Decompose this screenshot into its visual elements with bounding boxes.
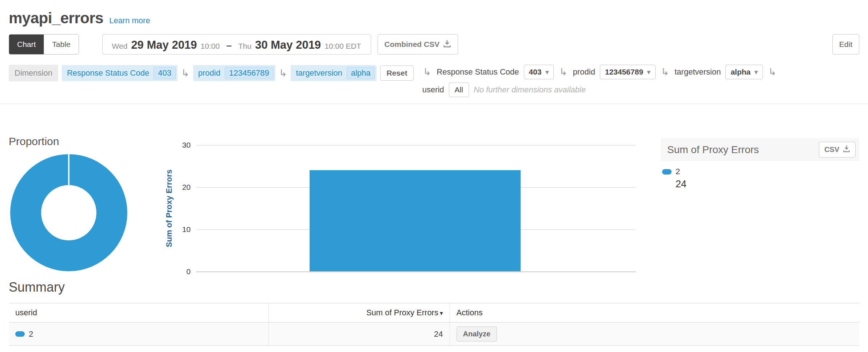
summary-table: userid Sum of Proxy Errors▾ Actions 2 24… xyxy=(9,303,859,346)
combined-csv-label: Combined CSV xyxy=(385,40,440,49)
breadcrumb-name: Response Status Code xyxy=(67,68,149,78)
dropdown-value: alpha xyxy=(730,68,750,76)
summary-title: Summary xyxy=(9,280,859,295)
selector-name: targetversion xyxy=(674,67,721,77)
drilldown-arrow-icon: ↳ xyxy=(278,68,288,78)
table-view-button[interactable]: Table xyxy=(44,35,78,54)
bar-chart: Sum of Proxy Errors 3020100 xyxy=(155,135,651,272)
learn-more-link[interactable]: Learn more xyxy=(109,16,150,25)
breadcrumb-value: 123456789 xyxy=(225,67,274,79)
divider xyxy=(0,104,868,104)
chevron-down-icon: ▾ xyxy=(754,68,758,76)
legend-items: 2 24 xyxy=(661,161,859,190)
combined-csv-button[interactable]: Combined CSV xyxy=(378,34,458,55)
start-time: 10:00 xyxy=(200,42,220,51)
proportion-donut-chart xyxy=(10,154,127,271)
legend-item-label: 2 xyxy=(676,167,680,176)
targetversion-dropdown[interactable]: alpha ▾ xyxy=(725,65,763,79)
reset-button[interactable]: Reset xyxy=(380,65,413,81)
chevron-down-icon: ▾ xyxy=(647,68,650,76)
download-icon xyxy=(843,145,850,154)
breadcrumb-value: alpha xyxy=(347,67,375,79)
no-more-dimensions-message: No further dimensions available xyxy=(474,85,586,95)
drilldown-arrow-icon: ↳ xyxy=(180,68,190,78)
series-swatch-icon xyxy=(15,331,25,337)
chevron-down-icon: ▾ xyxy=(546,68,549,76)
proportion-block: Proportion xyxy=(9,135,155,272)
selector-row: ↳ Response Status Code 403 ▾ ↳ prodid 12… xyxy=(422,65,777,79)
drilldown-arrow-icon: ↳ xyxy=(558,67,568,77)
end-time: 10:00 EDT xyxy=(324,42,361,51)
cell-actions: Analyze xyxy=(450,323,859,346)
date-range-separator: – xyxy=(226,40,232,51)
selector-name: userid xyxy=(422,85,444,95)
page: myapi_errors Learn more Chart Table Wed … xyxy=(0,0,868,346)
gridline xyxy=(196,272,636,272)
drilldown-arrow-icon: ↳ xyxy=(422,67,432,77)
page-header: myapi_errors Learn more xyxy=(9,9,859,27)
breadcrumb-chip[interactable]: targetversion alpha xyxy=(291,65,377,81)
date-range-picker[interactable]: Wed 29 May 2019 10:00 – Thu 30 May 2019 … xyxy=(102,34,371,55)
table-row: 2 24 Analyze xyxy=(9,323,859,346)
y-axis-label: Sum of Proxy Errors xyxy=(164,169,174,247)
download-icon xyxy=(443,40,451,49)
dimension-selectors: ↳ Response Status Code 403 ▾ ↳ prodid 12… xyxy=(422,65,777,97)
bar-chart-plot: 3020100 xyxy=(196,145,636,272)
csv-button[interactable]: CSV xyxy=(819,142,856,157)
legend-item[interactable]: 2 xyxy=(662,167,859,176)
toolbar: Chart Table Wed 29 May 2019 10:00 – Thu … xyxy=(9,34,859,55)
start-date: 29 May 2019 xyxy=(131,39,197,52)
dropdown-value: 403 xyxy=(529,68,542,76)
start-day: Wed xyxy=(112,42,128,51)
breadcrumb-name: prodid xyxy=(198,68,220,78)
drilldown-arrow-icon: ↳ xyxy=(660,67,670,77)
column-header-userid: userid xyxy=(9,303,268,323)
breadcrumb-chip[interactable]: prodid 123456789 xyxy=(193,65,275,81)
proportion-title: Proportion xyxy=(9,135,155,148)
y-tick-label: 30 xyxy=(182,141,191,149)
gridline xyxy=(196,145,636,145)
legend-item-value: 24 xyxy=(676,179,859,190)
chart-view-button[interactable]: Chart xyxy=(9,35,44,54)
breadcrumb-name: targetversion xyxy=(296,68,342,78)
breadcrumb-chip[interactable]: Response Status Code 403 xyxy=(62,65,178,81)
userid-all-button[interactable]: All xyxy=(449,83,469,97)
end-day: Thu xyxy=(238,42,251,51)
y-tick-label: 0 xyxy=(186,267,191,276)
dimension-breadcrumb: Response Status Code 403 ↳ prodid 123456… xyxy=(62,65,377,81)
userid-value: 2 xyxy=(29,329,33,339)
legend-title: Sum of Proxy Errors xyxy=(667,144,759,156)
y-tick-label: 10 xyxy=(182,225,191,234)
selector-name: Response Status Code xyxy=(437,67,519,77)
csv-label: CSV xyxy=(824,145,839,154)
series-swatch-icon xyxy=(662,169,672,175)
page-title: myapi_errors xyxy=(9,9,103,27)
dimension-bar: Dimension Response Status Code 403 ↳ pro… xyxy=(9,65,859,97)
legend-header: Sum of Proxy Errors CSV xyxy=(661,138,859,161)
selector-name: prodid xyxy=(573,67,595,77)
view-toggle: Chart Table xyxy=(9,34,79,55)
end-date: 30 May 2019 xyxy=(255,39,321,52)
cell-userid: 2 xyxy=(9,323,268,346)
status-code-dropdown[interactable]: 403 ▾ xyxy=(524,65,554,79)
sort-descending-icon: ▾ xyxy=(440,310,443,317)
selector-row: userid All No further dimensions availab… xyxy=(422,83,777,97)
edit-button[interactable]: Edit xyxy=(832,34,859,55)
charts-section: Proportion Sum of Proxy Errors 3020100 S… xyxy=(9,135,859,272)
y-axis-label-wrap: Sum of Proxy Errors xyxy=(164,145,174,272)
column-header-sum[interactable]: Sum of Proxy Errors▾ xyxy=(268,303,450,323)
breadcrumb-value: 403 xyxy=(154,67,176,79)
drilldown-arrow-icon: ↳ xyxy=(768,67,777,77)
table-header-row: userid Sum of Proxy Errors▾ Actions xyxy=(9,303,859,323)
column-header-actions: Actions xyxy=(450,303,859,323)
prodid-dropdown[interactable]: 123456789 ▾ xyxy=(600,65,656,79)
bar-series xyxy=(310,170,520,271)
dropdown-value: 123456789 xyxy=(605,68,643,76)
analyze-button[interactable]: Analyze xyxy=(457,327,497,341)
dimension-drilldown: Dimension Response Status Code 403 ↳ pro… xyxy=(9,65,414,81)
legend-panel: Sum of Proxy Errors CSV 2 24 xyxy=(661,135,859,272)
dimension-label: Dimension xyxy=(9,65,58,81)
y-tick-label: 20 xyxy=(182,183,191,192)
cell-sum: 24 xyxy=(268,323,450,346)
column-header-sum-label: Sum of Proxy Errors xyxy=(366,308,438,317)
